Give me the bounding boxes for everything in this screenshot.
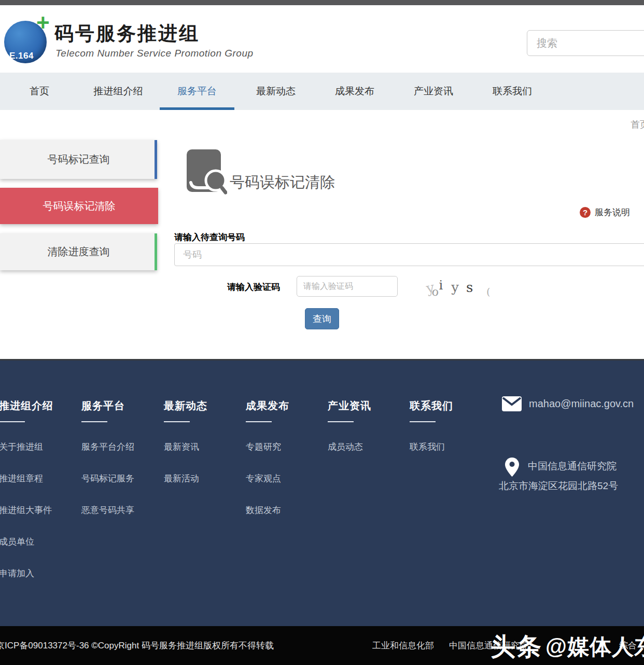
nav-item-industry-info[interactable]: 产业资讯 <box>394 73 473 110</box>
footer-title-rule <box>328 421 354 422</box>
service-note-link[interactable]: ? 服务说明 <box>580 206 630 218</box>
footer-col-title: 联系我们 <box>410 399 453 413</box>
number-input[interactable] <box>174 243 644 266</box>
footer-col-title: 产业资讯 <box>328 399 371 413</box>
nav-item-latest-news[interactable]: 最新动态 <box>236 73 315 110</box>
search-input[interactable] <box>527 30 644 56</box>
captcha-char: y <box>451 280 459 295</box>
site-header: E.164 + 码号服务推进组 Telecom Number Service P… <box>0 5 644 73</box>
watermark-toutiao: 头条 <box>491 630 542 663</box>
main-nav: 首页 推进组介绍 服务平台 最新动态 成果发布 产业资讯 联系我们 <box>0 73 644 110</box>
sidebar-item-clear-progress-query[interactable]: 清除进度查询 <box>0 233 157 270</box>
plus-icon: + <box>36 11 50 34</box>
captcha-char: ( <box>486 286 490 297</box>
footer-link[interactable]: 推进组大事件 <box>0 504 53 516</box>
sidebar-blue-accent <box>155 140 157 179</box>
footer-address-line1: 中国信息通信研究院 <box>528 460 617 473</box>
footer-link[interactable]: 成员单位 <box>0 536 53 548</box>
top-thin-bar <box>0 0 644 5</box>
site-title: 码号服务推进组 <box>54 21 200 47</box>
nav-item-achievements[interactable]: 成果发布 <box>315 73 394 110</box>
footer-link[interactable]: 联系我们 <box>410 441 453 453</box>
sidebar-item-label: 号码误标记清除 <box>43 199 116 213</box>
watermark-author: @媒体人东子 <box>545 632 644 661</box>
footer-title-rule <box>246 421 272 422</box>
footer-col-industry-info: 产业资讯 成员动态 <box>328 399 371 473</box>
location-pin-icon <box>505 458 519 479</box>
footer-col-latest-news: 最新动态 最新资讯 最新活动 <box>164 399 207 504</box>
footer-link[interactable]: 最新资讯 <box>164 441 207 453</box>
sidebar-item-label: 清除进度查询 <box>48 245 110 259</box>
footer-col-title: 成果发布 <box>246 399 289 413</box>
footer-title-rule <box>410 421 436 422</box>
sidebar-green-accent <box>155 233 157 270</box>
sidebar-item-number-mark-query[interactable]: 号码标记查询 <box>0 140 157 179</box>
footer-col-title: 最新动态 <box>164 399 207 413</box>
footer-title-rule <box>81 421 107 422</box>
footer-title-rule <box>0 421 25 422</box>
bottom-text-miit: 工业和信息化部 <box>372 640 434 652</box>
site-subtitle: Telecom Number Service Promotion Group <box>55 48 254 59</box>
footer-email-row: mahao@miinac.gov.cn <box>502 396 634 411</box>
captcha-char: s <box>466 280 473 295</box>
service-note-label: 服务说明 <box>595 206 630 218</box>
page: E.164 + 码号服务推进组 Telecom Number Service P… <box>0 0 644 665</box>
captcha-char: i <box>439 278 443 293</box>
footer-link[interactable]: 号码标记服务 <box>81 473 134 484</box>
envelope-icon <box>502 396 522 411</box>
nav-item-group-intro[interactable]: 推进组介绍 <box>79 73 158 110</box>
breadcrumb[interactable]: 首页 <box>631 118 644 131</box>
footer-link[interactable]: 数据发布 <box>246 504 289 516</box>
nav-item-service-platform[interactable]: 服务平台 <box>158 73 236 110</box>
footer-title-rule <box>164 421 190 422</box>
footer-col-group-intro: 推进组介绍 关于推进组 推进组章程 推进组大事件 成员单位 申请加入 <box>0 399 53 599</box>
footer-link[interactable]: 申请加入 <box>0 567 53 579</box>
icp-text: 京ICP备09013372号-36 ©CopyRight 码号服务推进组版权所有… <box>0 640 274 652</box>
sidebar-item-mislabel-clear[interactable]: 号码误标记清除 <box>0 188 158 224</box>
footer-link[interactable]: 最新活动 <box>164 473 207 484</box>
footer-col-service-platform: 服务平台 服务平台介绍 号码标记服务 恶意号码共享 <box>81 399 134 536</box>
number-input-label: 请输入待查询号码 <box>174 231 245 243</box>
footer-link[interactable]: 成员动态 <box>328 441 371 453</box>
footer-col-title: 服务平台 <box>81 399 134 413</box>
footer-link[interactable]: 服务平台介绍 <box>81 441 134 453</box>
footer-col-title: 推进组介绍 <box>0 399 53 413</box>
bottom-bar: 京ICP备09013372号-36 ©CopyRight 码号服务推进组版权所有… <box>0 626 644 665</box>
book-search-icon <box>185 148 227 197</box>
captcha-label: 请输入验证码 <box>227 281 280 293</box>
footer-col-achievements: 成果发布 专题研究 专家观点 数据发布 <box>246 399 289 536</box>
page-title: 号码误标记清除 <box>230 172 335 193</box>
footer-link[interactable]: 推进组章程 <box>0 473 53 484</box>
footer-link[interactable]: 恶意号码共享 <box>81 504 134 516</box>
footer-link[interactable]: 专家观点 <box>246 473 289 484</box>
footer-col-contact: 联系我们 联系我们 <box>410 399 453 473</box>
question-icon: ? <box>580 207 591 218</box>
captcha-image[interactable]: y o i y s ( <box>426 277 504 298</box>
footer-link[interactable]: 专题研究 <box>246 441 289 453</box>
nav-item-contact[interactable]: 联系我们 <box>473 73 552 110</box>
footer-email[interactable]: mahao@miinac.gov.cn <box>529 398 634 410</box>
footer-link[interactable]: 关于推进组 <box>0 441 53 453</box>
toutiao-watermark: 头条 @媒体人东子 <box>491 630 644 663</box>
nav-item-home[interactable]: 首页 <box>0 73 79 110</box>
captcha-input[interactable] <box>297 276 398 297</box>
logo-e164-text: E.164 <box>9 51 34 61</box>
breadcrumb-bar: 首页 <box>0 110 644 139</box>
sidebar-item-label: 号码标记查询 <box>48 153 110 167</box>
site-logo[interactable]: E.164 + <box>4 16 54 65</box>
query-button[interactable]: 查询 <box>305 308 339 329</box>
footer-address-line2: 北京市海淀区花园北路52号 <box>499 479 618 493</box>
